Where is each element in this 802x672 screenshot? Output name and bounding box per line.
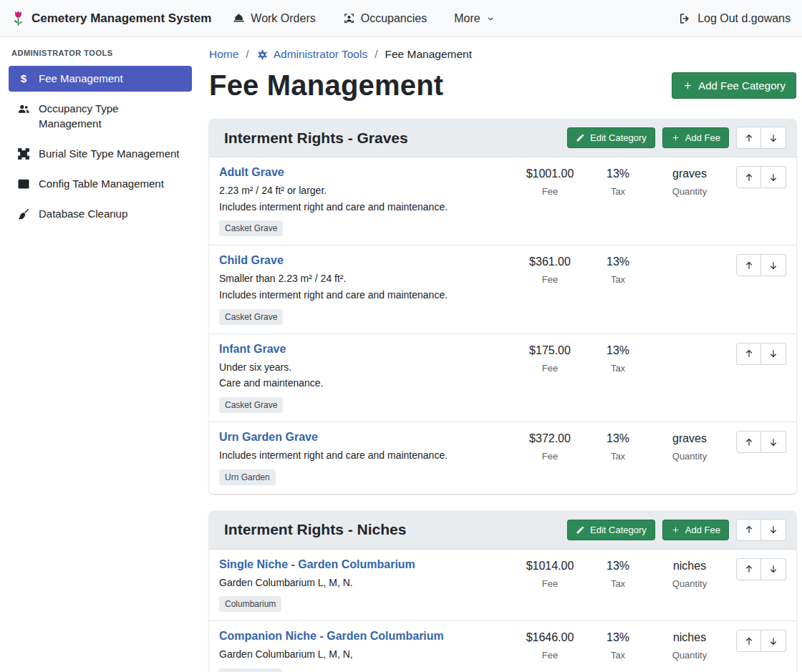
move-fee-up-button[interactable] — [736, 166, 761, 188]
fee-category-card: Interment Rights - Graves Edit Category … — [209, 119, 796, 494]
sidebar-item-config-table-management[interactable]: Config Table Management — [9, 171, 192, 197]
fee-rows: Adult Grave 2.23 m² / 24 ft² or larger. … — [209, 157, 796, 494]
add-fee-category-button[interactable]: Add Fee Category — [672, 72, 796, 99]
plus-icon — [671, 525, 680, 535]
nav-work-orders[interactable]: Work Orders — [233, 12, 315, 25]
fee-amount-label: Fee — [514, 274, 586, 285]
sidebar: Administrator Tools $ Fee Management Occ… — [0, 37, 200, 672]
fee-actions — [729, 254, 786, 276]
fee-tag: Urn Garden — [219, 469, 276, 485]
move-category-down-button[interactable] — [761, 127, 786, 149]
dollar-icon: $ — [16, 72, 31, 85]
arrow-up-icon — [744, 437, 754, 447]
fee-amount-column: $1001.00 Fee — [514, 166, 586, 197]
move-category-up-button[interactable] — [736, 127, 761, 149]
fee-tax-label: Tax — [586, 578, 650, 589]
fee-desc-1: Garden Columbarium L, M, N, — [219, 646, 507, 663]
category-title: Interment Rights - Niches — [219, 521, 406, 538]
fee-tax-label: Tax — [586, 274, 650, 285]
fee-desc-1: 2.23 m² / 24 ft² or larger. — [219, 182, 507, 199]
move-fee-up-button[interactable] — [736, 431, 761, 453]
nav-occupancies[interactable]: Occupancies — [343, 12, 427, 25]
category-actions: Edit Category Add Fee — [567, 519, 786, 541]
arrow-up-icon — [744, 349, 754, 359]
add-fee-button[interactable]: Add Fee — [662, 520, 729, 540]
sidebar-heading: Administrator Tools — [0, 46, 200, 66]
brand-link[interactable]: Cemetery Management System — [11, 9, 211, 27]
add-fee-label: Add Fee — [685, 132, 720, 143]
fee-row: Infant Grave Under six years. Care and m… — [209, 333, 796, 422]
sidebar-item-fee-management[interactable]: $ Fee Management — [9, 66, 192, 92]
fee-reorder-group — [736, 558, 786, 580]
breadcrumb: Home / Administrator Tools / Fee Managem… — [209, 48, 796, 61]
sidebar-item-database-cleanup[interactable]: Database Cleanup — [9, 201, 192, 227]
occupant-icon — [343, 12, 355, 24]
fee-amount: $1001.00 — [514, 167, 586, 180]
fee-name-link[interactable]: Infant Grave — [219, 343, 286, 356]
fee-tag: Columbarium — [219, 596, 281, 612]
sidebar-item-burial-site-type-management[interactable]: Burial Site Type Management — [9, 141, 192, 167]
edit-category-label: Edit Category — [590, 132, 647, 143]
fee-tax-column: 13% Tax — [586, 343, 650, 374]
fee-name-link[interactable]: Urn Garden Grave — [219, 431, 318, 444]
fee-quantity-column: graves Quantity — [650, 431, 729, 462]
move-category-up-button[interactable] — [736, 519, 761, 541]
move-fee-up-button[interactable] — [736, 558, 761, 580]
fee-tag: Casket Grave — [219, 220, 283, 236]
fee-amount-column: $361.00 Fee — [514, 254, 586, 285]
edit-category-button[interactable]: Edit Category — [567, 520, 655, 540]
move-fee-down-button[interactable] — [761, 343, 786, 365]
category-title: Interment Rights - Graves — [219, 130, 408, 147]
move-fee-down-button[interactable] — [761, 254, 786, 276]
fee-tax: 13% — [586, 255, 650, 268]
fee-amount: $361.00 — [514, 255, 586, 268]
move-fee-down-button[interactable] — [761, 431, 786, 453]
logout-button[interactable]: Log Out d.gowans — [678, 12, 791, 25]
breadcrumb-home-link[interactable]: Home — [209, 48, 238, 61]
fee-name-link[interactable]: Companion Niche - Garden Columbarium — [219, 630, 444, 643]
fee-details: Child Grave Smaller than 2.23 m² / 24 ft… — [219, 254, 514, 324]
vector-square-icon — [16, 147, 31, 160]
plus-icon — [671, 133, 680, 142]
fee-reorder-group — [736, 254, 786, 276]
move-fee-up-button[interactable] — [736, 630, 761, 652]
breadcrumb-home-label: Home — [209, 48, 238, 61]
move-fee-up-button[interactable] — [736, 343, 761, 365]
move-fee-down-button[interactable] — [761, 166, 786, 188]
fee-tax-column: 13% Tax — [586, 254, 650, 285]
fee-desc-2: Includes interment right and care and ma… — [219, 287, 507, 303]
nav-work-orders-label: Work Orders — [251, 12, 315, 25]
add-fee-button[interactable]: Add Fee — [662, 127, 729, 148]
table-icon — [16, 177, 31, 190]
move-fee-up-button[interactable] — [736, 254, 761, 276]
move-category-down-button[interactable] — [761, 519, 786, 541]
people-icon — [16, 102, 31, 115]
sidebar-item-label: Burial Site Type Management — [39, 147, 180, 161]
fee-rows: Single Niche - Garden Columbarium Garden… — [209, 550, 796, 672]
arrow-down-icon — [768, 525, 778, 535]
fee-quantity-column: Quantity — [650, 343, 729, 344]
logout-label: Log Out d.gowans — [697, 12, 791, 25]
category-header: Interment Rights - Niches Edit Category … — [209, 511, 796, 550]
edit-category-button[interactable]: Edit Category — [567, 127, 655, 148]
fee-quantity-column: niches Quantity — [650, 558, 729, 589]
move-fee-down-button[interactable] — [761, 558, 786, 580]
fee-desc-1: Under six years. — [219, 359, 507, 376]
top-navbar: Cemetery Management System Work Orders O… — [0, 0, 802, 37]
breadcrumb-admin-tools-link[interactable]: Administrator Tools — [256, 48, 368, 61]
nav-more[interactable]: More — [454, 12, 494, 25]
fee-tax: 13% — [586, 432, 650, 445]
sidebar-item-occupancy-type-management[interactable]: Occupancy Type Management — [9, 96, 192, 137]
breadcrumb-separator: / — [246, 48, 248, 61]
fee-tag: Casket Grave — [219, 309, 283, 325]
fee-name-link[interactable]: Adult Grave — [219, 166, 284, 179]
hard-hat-icon — [233, 12, 245, 24]
fee-amount-column: $372.00 Fee — [514, 431, 586, 462]
fee-actions — [729, 630, 786, 652]
fee-name-link[interactable]: Child Grave — [219, 254, 284, 267]
fee-details: Adult Grave 2.23 m² / 24 ft² or larger. … — [219, 166, 514, 236]
fee-name-link[interactable]: Single Niche - Garden Columbarium — [219, 558, 415, 571]
fee-desc-2: Care and maintenance. — [219, 375, 507, 391]
arrow-down-icon — [768, 636, 778, 646]
move-fee-down-button[interactable] — [761, 630, 786, 652]
